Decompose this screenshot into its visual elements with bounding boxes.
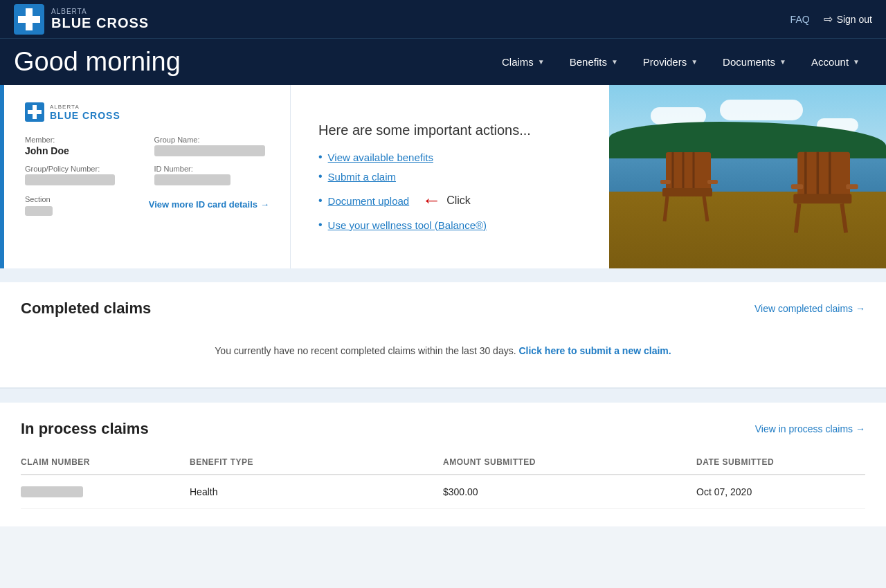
claims-table-body: Health $300.00 Oct 07, 2020: [21, 475, 865, 509]
table-row: Health $300.00 Oct 07, 2020: [21, 475, 865, 509]
claims-table-head: CLAIM NUMBER BENEFIT TYPE AMOUNT SUBMITT…: [21, 452, 865, 475]
actions-title: Here are some important actions...: [318, 122, 581, 138]
logo-alberta: ALBERTA: [51, 8, 149, 15]
col-date-submitted: DATE SUBMITTED: [696, 452, 865, 475]
id-number-field: ID Number:: [154, 165, 270, 185]
id-card-panel: ALBERTA BLUE CROSS Member: John Doe Grou…: [0, 85, 291, 268]
chair-right: [788, 144, 864, 241]
submit-claim-link[interactable]: Submit a claim: [328, 171, 396, 183]
click-label: Click: [446, 194, 471, 207]
group-name-label: Group Name:: [154, 136, 270, 144]
nav-documents[interactable]: Documents ▼: [710, 42, 799, 82]
svg-line-12: [704, 196, 707, 221]
claims-chevron-icon: ▼: [538, 58, 545, 66]
doc-upload-link[interactable]: Document upload: [328, 195, 410, 207]
svg-rect-19: [793, 194, 851, 204]
view-benefits-link[interactable]: View available benefits: [328, 151, 433, 163]
completed-claims-section: Completed claims View completed claims →…: [0, 282, 886, 387]
signout-button[interactable]: ⇨ Sign out: [824, 12, 872, 26]
empty-claims-message: You currently have no recent completed c…: [21, 331, 865, 370]
svg-rect-22: [791, 185, 804, 190]
svg-rect-10: [662, 188, 712, 196]
signout-label: Sign out: [837, 14, 872, 25]
list-item: Submit a claim: [318, 170, 581, 183]
top-bar: ALBERTA BLUE CROSS FAQ ⇨ Sign out: [0, 0, 886, 38]
id-alberta-label: ALBERTA: [50, 104, 120, 110]
top-right-nav: FAQ ⇨ Sign out: [790, 12, 872, 26]
claims-table: CLAIM NUMBER BENEFIT TYPE AMOUNT SUBMITT…: [21, 452, 865, 509]
wellness-tool-link[interactable]: Use your wellness tool (Balance®): [328, 219, 487, 231]
section-label: Section: [25, 195, 53, 203]
group-policy-value: [25, 174, 115, 185]
in-process-claims-section: In process claims View in process claims…: [0, 403, 886, 526]
amount-submitted-cell: $300.00: [443, 475, 696, 509]
section-value: [25, 206, 53, 216]
date-submitted-cell: Oct 07, 2020: [696, 475, 865, 509]
member-value: John Doe: [25, 145, 141, 156]
providers-chevron-icon: ▼: [691, 58, 698, 66]
svg-line-20: [796, 204, 799, 233]
nav-bar: Good morning Claims ▼ Benefits ▼ Provide…: [0, 38, 886, 85]
list-item: Document upload ← Click: [318, 190, 581, 212]
id-number-value: [154, 174, 230, 185]
view-in-process-claims-link[interactable]: View in process claims →: [755, 423, 865, 434]
main-content: ALBERTA BLUE CROSS Member: John Doe Grou…: [0, 85, 886, 526]
col-amount-submitted: AMOUNT SUBMITTED: [443, 452, 696, 475]
benefits-chevron-icon: ▼: [611, 58, 618, 66]
nav-account[interactable]: Account ▼: [799, 42, 872, 82]
logo-blue-cross: BLUE CROSS: [51, 15, 149, 30]
section-col: Section: [25, 195, 53, 217]
nav-benefits[interactable]: Benefits ▼: [557, 42, 631, 82]
hero-image: [609, 85, 886, 268]
signout-icon: ⇨: [824, 12, 833, 26]
id-number-label: ID Number:: [154, 165, 270, 173]
list-item: View available benefits: [318, 151, 581, 163]
group-name-field: Group Name:: [154, 136, 270, 156]
hero-section: ALBERTA BLUE CROSS Member: John Doe Grou…: [0, 85, 886, 268]
id-blue-cross-label: BLUE CROSS: [50, 110, 120, 121]
completed-claims-title: Completed claims: [21, 300, 151, 318]
nav-claims[interactable]: Claims ▼: [489, 42, 557, 82]
section-row: Section View more ID card details →: [25, 195, 269, 217]
list-item: Use your wellness tool (Balance®): [318, 219, 581, 231]
id-card-logo: ALBERTA BLUE CROSS: [25, 102, 269, 122]
logo-text: ALBERTA BLUE CROSS: [51, 8, 149, 30]
id-cross-icon: [25, 102, 44, 122]
cloud-2: [720, 100, 803, 120]
svg-rect-5: [28, 110, 42, 114]
col-benefit-type: BENEFIT TYPE: [190, 452, 443, 475]
account-chevron-icon: ▼: [853, 58, 860, 66]
arrow-annotation: ← Click: [422, 190, 471, 212]
svg-rect-13: [660, 180, 671, 184]
claim-number-cell: [21, 475, 190, 509]
claims-table-header-row: CLAIM NUMBER BENEFIT TYPE AMOUNT SUBMITT…: [21, 452, 865, 475]
in-process-claims-header: In process claims View in process claims…: [21, 420, 865, 438]
actions-panel: Here are some important actions... View …: [291, 85, 609, 268]
svg-rect-2: [18, 16, 40, 23]
main-nav: Claims ▼ Benefits ▼ Providers ▼ Document…: [489, 42, 872, 82]
svg-rect-23: [846, 185, 858, 190]
group-policy-label: Group/Policy Number:: [25, 165, 141, 173]
member-label: Member:: [25, 136, 141, 144]
id-logo-text: ALBERTA BLUE CROSS: [50, 104, 120, 121]
logo-area: ALBERTA BLUE CROSS: [14, 4, 149, 35]
col-claim-number: CLAIM NUMBER: [21, 452, 190, 475]
in-process-claims-title: In process claims: [21, 420, 149, 438]
greeting: Good morning: [0, 39, 195, 85]
nav-providers[interactable]: Providers ▼: [631, 42, 710, 82]
view-id-col: View more ID card details →: [149, 195, 269, 210]
claim-number-blurred: [21, 486, 83, 497]
group-name-value: [154, 145, 265, 156]
svg-line-11: [664, 196, 667, 221]
section-divider: [0, 387, 886, 389]
svg-line-21: [842, 204, 846, 233]
view-id-link[interactable]: View more ID card details →: [149, 199, 269, 210]
chair-left: [659, 145, 721, 228]
faq-link[interactable]: FAQ: [790, 14, 810, 25]
view-id-arrow-icon: →: [260, 199, 269, 210]
hero-image-inner: [609, 85, 886, 268]
submit-new-claim-link[interactable]: Click here to submit a new claim.: [518, 345, 671, 356]
red-arrow-icon: ←: [422, 190, 441, 212]
view-completed-claims-link[interactable]: View completed claims →: [754, 303, 865, 314]
svg-rect-14: [707, 180, 718, 184]
